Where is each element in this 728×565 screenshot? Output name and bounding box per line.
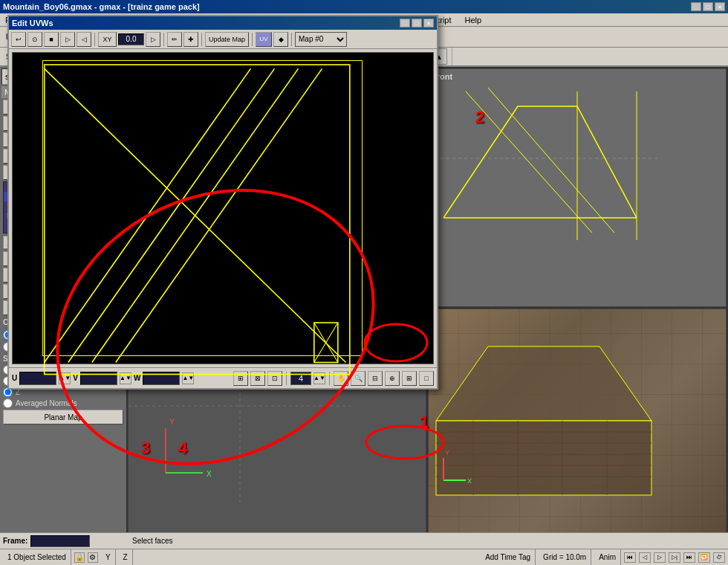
dialog-max-btn[interactable]: □ xyxy=(412,19,422,28)
dtb-arrow[interactable]: ▷ xyxy=(146,32,160,47)
dtb-value-input[interactable] xyxy=(118,33,144,45)
select-faces-text: Select faces xyxy=(132,537,172,545)
title-bar: Mountain_Boy06.gmax - gmax - [trainz gam… xyxy=(0,0,728,13)
svg-line-32 xyxy=(45,68,251,362)
dtb-uv[interactable]: UV xyxy=(256,32,272,47)
playback-next[interactable]: ▷| xyxy=(669,552,680,563)
annotation-num3: 3 xyxy=(141,439,150,458)
annotation-num2: 2 xyxy=(475,108,484,127)
dtb-back[interactable]: ↩ xyxy=(11,32,26,47)
playback-play[interactable]: ▷ xyxy=(654,552,666,563)
status-anim[interactable]: Anim xyxy=(594,549,621,565)
playback-time[interactable]: ⏱ xyxy=(713,552,725,563)
status-selected: 1 Object Selected xyxy=(3,549,71,565)
dtb-plus[interactable]: ✚ xyxy=(183,32,198,47)
frame-label: Frame: xyxy=(3,537,27,545)
status-lock[interactable]: 🔒 xyxy=(74,552,85,563)
playback-start[interactable]: ⏮ xyxy=(624,552,636,563)
viewport-3d[interactable]: X Y xyxy=(428,309,727,547)
dtb-sep2 xyxy=(163,33,164,46)
svg-rect-37 xyxy=(45,65,350,374)
frame-bar: Frame: xyxy=(0,532,126,549)
dtb-update-map[interactable]: Update Map xyxy=(205,32,249,47)
dtb-sep3 xyxy=(201,33,202,46)
frame-input[interactable] xyxy=(30,535,90,547)
3d-viewport-svg: X Y xyxy=(429,309,726,546)
viewport-front[interactable]: Front xyxy=(428,68,727,307)
dialog-toolbar: ↩ ⊙ ■ ▷ ◁ XY ▷ ✏ ✚ Update Map UV ◆ Map #… xyxy=(9,30,437,49)
dtb-sep4 xyxy=(252,33,253,46)
annotation-circle-1 xyxy=(363,320,429,365)
select-faces-bar: Select faces xyxy=(126,532,728,549)
minimize-btn[interactable]: _ xyxy=(691,2,701,11)
close-btn[interactable]: × xyxy=(715,2,725,11)
dtb-xy[interactable]: XY xyxy=(98,32,117,47)
playback-prev[interactable]: ◁ xyxy=(639,552,651,563)
svg-marker-17 xyxy=(436,346,651,421)
title-controls[interactable]: _ □ × xyxy=(691,2,725,11)
svg-line-6 xyxy=(466,91,592,233)
status-z: Z xyxy=(119,549,133,565)
maximize-btn[interactable]: □ xyxy=(703,2,713,11)
svg-text:Y: Y xyxy=(445,449,449,456)
anim-text: Anim xyxy=(599,553,616,561)
y-label: Y xyxy=(105,553,111,561)
svg-text:X: X xyxy=(467,477,472,485)
svg-line-35 xyxy=(116,68,322,362)
dtb-forward[interactable]: ⊙ xyxy=(27,32,42,47)
svg-line-7 xyxy=(488,88,614,233)
window-title: Mountain_Boy06.gmax - gmax - [trainz gam… xyxy=(3,2,200,11)
dtb-select[interactable]: ■ xyxy=(44,32,59,47)
status-bar: 1 Object Selected 🔒 ⚙ Y Z Add Time Tag G… xyxy=(0,549,728,565)
dialog-min-btn[interactable]: □ xyxy=(400,19,410,28)
dtb-diamond[interactable]: ◆ xyxy=(273,32,288,47)
dtb-sep1 xyxy=(94,33,95,46)
dialog-close-btn[interactable]: × xyxy=(423,19,434,28)
uv-canvas[interactable] xyxy=(12,52,434,364)
dtb-play[interactable]: ▷ xyxy=(60,32,75,47)
dialog-title-text: Edit UVWs xyxy=(12,19,53,28)
dtb-back2[interactable]: ◁ xyxy=(77,32,91,47)
radio-averaged-label: Averaged Normals xyxy=(16,399,77,407)
svg-text:Y: Y xyxy=(169,418,175,426)
radio-averaged-row: Averaged Normals xyxy=(3,398,123,408)
btn-planar-map[interactable]: Planar Map xyxy=(3,410,123,424)
dtb-pencil[interactable]: ✏ xyxy=(167,32,182,47)
dialog-title-bar: Edit UVWs □ □ × xyxy=(9,16,437,30)
selected-text: 1 Object Selected xyxy=(7,553,66,561)
status-grid: Grid = 10.0m xyxy=(539,549,591,565)
svg-line-36 xyxy=(45,68,346,362)
status-settings[interactable]: ⚙ xyxy=(88,552,98,563)
status-y: Y xyxy=(101,549,116,565)
front-viewport-svg xyxy=(429,69,726,306)
status-time-tag[interactable]: Add Time Tag xyxy=(481,549,536,565)
playback-loop[interactable]: 🔁 xyxy=(698,552,710,563)
edit-uvws-dialog: Edit UVWs □ □ × ↩ ⊙ ■ ▷ ◁ XY ▷ ✏ ✚ Updat… xyxy=(7,15,438,390)
playback-end[interactable]: ⏭ xyxy=(683,552,695,563)
grid-text: Grid = 10.0m xyxy=(543,553,586,561)
annotation-num4: 4 xyxy=(178,439,187,458)
map-dropdown[interactable]: Map #0 xyxy=(295,32,347,47)
dtb-sep5 xyxy=(291,33,292,46)
menu-help[interactable]: Help xyxy=(463,15,484,25)
annotation-num1: 1 xyxy=(420,413,429,432)
time-tag-text: Add Time Tag xyxy=(485,553,530,561)
dialog-title-controls[interactable]: □ □ × xyxy=(400,19,434,28)
svg-point-41 xyxy=(365,324,427,361)
svg-line-33 xyxy=(68,68,275,362)
radio-averaged[interactable] xyxy=(3,398,13,408)
svg-text:X: X xyxy=(207,470,212,478)
